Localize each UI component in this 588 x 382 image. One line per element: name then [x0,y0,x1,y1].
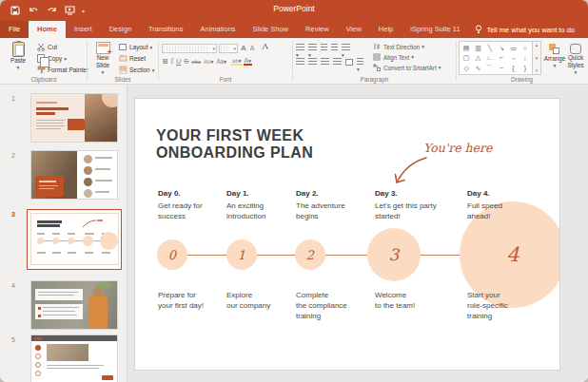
decrease-indent-button[interactable] [321,44,327,51]
paste-button[interactable]: Paste [4,39,32,71]
tab-ispring-suite[interactable]: iSpring Suite 11 [402,21,468,38]
quick-styles-button[interactable]: Quick Styles [564,41,587,76]
day-2-header[interactable]: Day 2.The adventure begins [296,189,370,221]
timeline-circle-0[interactable]: 0 [157,239,187,270]
slide-canvas[interactable]: YOUR FIRST WEEK ONBOARDING PLAN You're h… [134,98,560,371]
shape-elbow-connector-icon[interactable]: ∟ [486,54,493,61]
character-spacing-button[interactable]: AV [203,59,214,65]
day-4-header[interactable]: Day 4.Full speed ahead! [467,189,543,221]
bullets-button[interactable] [296,44,304,51]
selected-slide-border[interactable] [27,209,122,270]
shapes-gallery[interactable]: ▤ ▥ ╲ ↘ ▭ ○ ▢ △ ∟ ⌐ → ↓ ◇ ∿ ⌒ ~ { [459,41,533,75]
shape-elbow-arrow-icon[interactable]: ⌐ [500,54,503,61]
timeline-circle-3[interactable]: 3 [367,228,421,281]
convert-smartart-button[interactable]: Convert to SmartArt [372,63,441,72]
tab-slide-show[interactable]: Slide Show [245,21,298,38]
tab-animations[interactable]: Animations [191,21,244,38]
bold-button[interactable]: B [162,57,168,66]
day-2-caption[interactable]: Complete the compliance training [296,291,370,321]
slide-thumbnail-2[interactable]: 2 [0,150,127,200]
tab-help[interactable]: Help [370,21,402,38]
layout-button[interactable]: Layout [118,42,154,52]
cut-button[interactable]: Cut [36,42,88,52]
tab-insert[interactable]: Insert [66,21,101,38]
numbering-button[interactable] [308,44,317,51]
shape-left-brace-icon[interactable]: { [512,65,514,71]
shape-right-brace-icon[interactable]: } [524,65,526,71]
shadow-button[interactable]: S [183,57,189,66]
slide-title[interactable]: YOUR FIRST WEEK ONBOARDING PLAN [156,127,313,162]
shape-curve-icon[interactable]: ∿ [476,65,481,71]
slide-thumbnail-5[interactable]: 5 [0,334,127,382]
slide-thumbnail-3-selected[interactable]: 3 [0,209,127,272]
tab-transitions[interactable]: Transitions [140,21,191,38]
shape-textbox-icon[interactable]: ▤ [463,45,470,51]
day-0-caption[interactable]: Prepare for your first day! [158,291,225,312]
increase-indent-button[interactable] [331,44,338,51]
new-slide-button[interactable]: New Slide [88,39,117,76]
tab-review[interactable]: Review [297,21,338,38]
italic-button[interactable]: I [169,57,174,66]
scroll-down-icon[interactable]: ▼ [535,56,539,61]
arrange-button[interactable]: Arrange [544,41,565,69]
line-spacing-button[interactable] [342,44,350,51]
highlight-color-button[interactable]: ab [231,58,242,66]
day-1-caption[interactable]: Explore our company [226,291,295,312]
slide-thumbnail-image[interactable] [30,213,119,265]
shape-right-arrow-icon[interactable]: → [510,54,517,61]
day-1-header[interactable]: Day 1.An exciting introduction [226,189,293,221]
shape-rounded-rectangle-icon[interactable]: ▢ [463,54,470,61]
tab-design[interactable]: Design [101,21,140,38]
underline-button[interactable]: U [175,57,182,66]
day-4-caption[interactable]: Start your role-specific training [467,291,541,321]
timeline-circle-1[interactable]: 1 [226,239,257,270]
day-0-header[interactable]: Day 0.Get ready for success [158,189,221,221]
slide-thumbnail-image[interactable] [30,150,118,200]
slide-thumbnail-1[interactable]: 1 [0,93,127,143]
day-3-caption[interactable]: Welcome to the team! [375,291,451,312]
slide-thumbnail-image[interactable] [30,280,118,330]
shape-arrow-icon[interactable]: ↘ [499,45,504,51]
timeline-circle-2[interactable]: 2 [295,239,325,270]
tab-home[interactable]: Home [29,21,66,38]
shape-arc-icon[interactable]: ⌒ [486,65,493,71]
shape-scribble-icon[interactable]: ~ [500,65,503,71]
align-right-button[interactable] [321,58,329,66]
text-direction-button[interactable]: Text Direction [372,42,441,51]
slide-thumbnail-image[interactable] [30,334,118,382]
youre-here-arrow[interactable] [381,148,434,192]
shape-vertical-textbox-icon[interactable]: ▥ [475,45,481,51]
reset-button[interactable]: Reset [118,53,154,64]
font-color-button[interactable]: A [244,57,252,66]
clear-formatting-button[interactable] [260,43,270,53]
strikethrough-button[interactable]: abc [190,59,202,65]
shape-oval-icon[interactable]: ○ [523,45,527,51]
scroll-up-icon[interactable]: ▲ [535,43,539,48]
shape-freeform-icon[interactable]: ◇ [463,65,468,71]
shape-down-arrow-icon[interactable]: ↓ [523,54,527,61]
shape-triangle-icon[interactable]: △ [476,54,480,61]
columns-more-button[interactable] [357,58,363,66]
day-3-header[interactable]: Day 3.Let's get this party started! [375,189,465,221]
copy-button[interactable]: Copy [36,53,88,64]
grow-font-button[interactable]: A [240,44,247,52]
tab-view[interactable]: View [338,21,370,38]
justify-button[interactable] [333,58,342,66]
shapes-gallery-scrollbar[interactable]: ▲ ▼ ≡ [533,41,541,75]
shape-rectangle-icon[interactable]: ▭ [510,45,517,51]
columns-button[interactable] [345,59,353,66]
font-name-combobox[interactable] [162,44,217,53]
change-case-button[interactable]: Aa [215,58,227,65]
font-size-combobox[interactable] [219,44,238,53]
shrink-font-button[interactable]: A [249,45,256,51]
slide-thumbnail-4[interactable]: 4 [0,280,127,330]
shape-line-icon[interactable]: ╲ [488,45,492,51]
gallery-more-icon[interactable]: ≡ [536,68,539,73]
section-button[interactable]: Section [118,65,154,75]
tab-file[interactable]: File [0,21,29,38]
align-text-button[interactable]: Align Text [372,52,441,62]
slide-thumbnail-image[interactable] [30,93,118,143]
align-center-button[interactable] [308,58,317,66]
align-left-button[interactable] [296,58,304,66]
tell-me-box[interactable]: Tell me what you want to do [475,21,588,38]
